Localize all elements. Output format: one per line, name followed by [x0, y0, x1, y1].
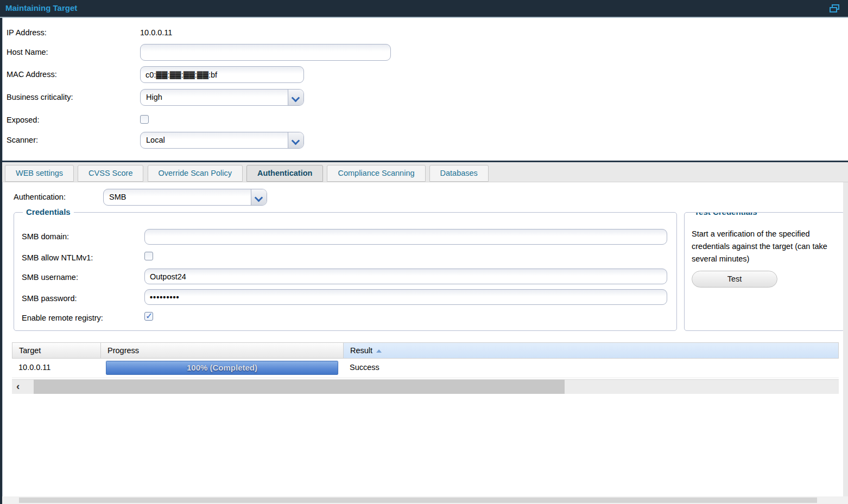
column-header-progress[interactable]: Progress — [101, 343, 344, 358]
host-name-input[interactable] — [140, 44, 391, 61]
scanner-value: Local — [146, 136, 165, 144]
table-horizontal-scrollbar[interactable]: ‹ — [12, 379, 839, 394]
business-criticality-value: High — [146, 93, 162, 101]
mac-address-input[interactable] — [140, 66, 304, 83]
test-credentials-legend: Test Credentials — [691, 212, 761, 216]
column-header-target[interactable]: Target — [12, 343, 101, 358]
sort-ascending-icon — [376, 349, 382, 353]
tab-authentication[interactable]: Authentication — [246, 165, 324, 182]
smb-domain-label: SMB domain: — [22, 232, 69, 241]
test-credentials-fieldset: Test Credentials Start a verification of… — [684, 212, 845, 331]
tab-strip: WEB settings CVSS Score Override Scan Po… — [2, 162, 848, 182]
smb-username-label: SMB username: — [22, 273, 78, 282]
scrollbar-thumb[interactable] — [34, 380, 565, 394]
chevron-down-icon[interactable] — [251, 189, 267, 205]
host-name-label: Host Name: — [7, 48, 48, 59]
remote-registry-checkbox[interactable] — [144, 312, 153, 321]
result-cell: Success — [350, 363, 379, 372]
mac-address-label: MAC Address: — [7, 70, 57, 81]
authentication-type-select[interactable]: SMB — [103, 189, 267, 206]
smb-domain-input[interactable] — [144, 229, 667, 245]
authentication-type-value: SMB — [109, 193, 126, 201]
tab-databases[interactable]: Databases — [429, 165, 489, 182]
remote-registry-label: Enable remote registry: — [22, 314, 103, 322]
smb-ntlmv1-checkbox[interactable] — [144, 252, 153, 260]
chevron-down-icon[interactable] — [288, 90, 303, 105]
ip-address-value: 10.0.0.11 — [140, 28, 172, 39]
table-header-row: Target Progress Result — [12, 342, 839, 359]
tab-compliance-scanning[interactable]: Compliance Scanning — [327, 165, 425, 182]
progress-bar-label: 100% (Completed) — [106, 363, 338, 372]
scanner-select[interactable]: Local — [140, 132, 304, 149]
scroll-left-icon[interactable]: ‹ — [16, 380, 20, 392]
restore-window-icon[interactable] — [830, 4, 839, 12]
window-left-frame — [0, 18, 3, 504]
business-criticality-label: Business criticality: — [7, 93, 73, 104]
credentials-fieldset: Credentials SMB domain: SMB allow NTLMv1… — [14, 212, 677, 331]
tab-override-scan-policy[interactable]: Override Scan Policy — [148, 165, 243, 182]
exposed-checkbox[interactable] — [140, 115, 149, 124]
smb-password-input[interactable] — [144, 289, 667, 305]
progress-bar: 100% (Completed) — [106, 361, 338, 375]
smb-password-label: SMB password: — [22, 294, 77, 303]
test-credentials-description: Start a verification of the specified cr… — [692, 228, 845, 265]
maintaining-target-window: Maintaining Target IP Address: 10.0.0.11… — [0, 0, 848, 504]
exposed-label: Exposed: — [7, 116, 39, 126]
credentials-legend: Credentials — [23, 207, 74, 216]
business-criticality-select[interactable]: High — [140, 89, 304, 106]
scrollbar-thumb[interactable] — [19, 497, 817, 503]
scanner-label: Scanner: — [7, 136, 38, 146]
smb-ntlmv1-label: SMB allow NTLMv1: — [22, 253, 93, 262]
smb-username-input[interactable] — [144, 269, 667, 284]
tab-cvss-score[interactable]: CVSS Score — [78, 165, 143, 182]
test-button[interactable]: Test — [692, 271, 777, 288]
ip-address-label: IP Address: — [7, 28, 47, 39]
authentication-label: Authentication: — [14, 193, 66, 203]
tab-web-settings[interactable]: WEB settings — [5, 165, 74, 182]
column-header-result[interactable]: Result — [344, 343, 838, 358]
results-table: Target Progress Result 10.0.0.11 100% (C… — [12, 342, 839, 378]
target-cell: 10.0.0.11 — [18, 363, 50, 372]
vertical-scrollbar-track[interactable] — [843, 182, 848, 496]
table-row[interactable]: 10.0.0.11 100% (Completed) Success — [12, 359, 839, 378]
chevron-down-icon[interactable] — [288, 132, 303, 148]
window-titlebar: Maintaining Target — [0, 0, 848, 18]
window-title: Maintaining Target — [5, 3, 77, 12]
window-horizontal-scrollbar[interactable] — [2, 496, 848, 504]
